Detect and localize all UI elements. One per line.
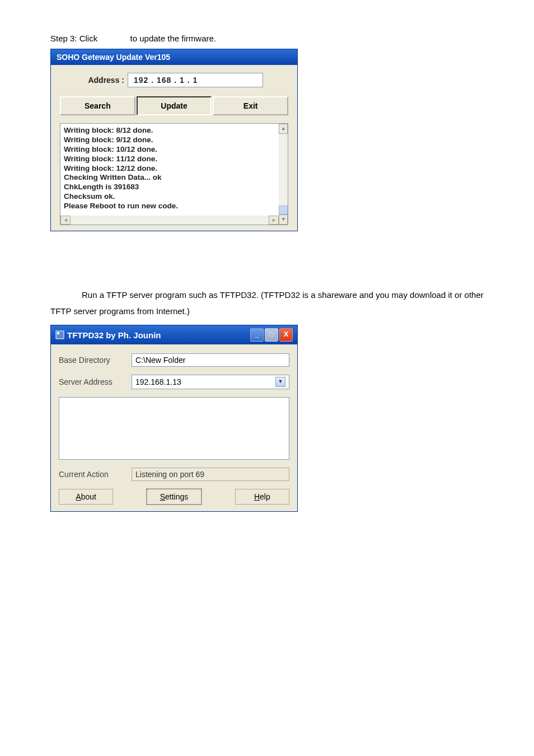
log-line: Writing block: 9/12 done. xyxy=(64,136,284,145)
soho-button-row: Search Update Exit xyxy=(60,96,288,115)
address-input[interactable]: 192 . 168 . 1 . 1 xyxy=(128,73,263,87)
transfer-list xyxy=(59,397,289,460)
help-button[interactable]: Help xyxy=(235,489,289,505)
server-address-label: Server Address xyxy=(59,377,132,386)
base-directory-value: C:\New Folder xyxy=(135,356,185,365)
close-button[interactable]: X xyxy=(279,328,293,342)
help-mnemonic: H xyxy=(254,492,260,501)
tftp-paragraph: Run a TFTP server program such as TFTPD3… xyxy=(50,287,484,319)
server-address-value: 192.168.1.13 xyxy=(135,377,181,386)
about-mnemonic: A xyxy=(76,492,81,501)
settings-mnemonic: S xyxy=(160,492,165,501)
log-line: Checking Written Data... ok xyxy=(64,173,284,183)
soho-update-window: SOHO Geteway Update Ver105 Address : 192… xyxy=(50,49,298,231)
step3-post: to update the firmware. xyxy=(130,34,216,43)
update-button[interactable]: Update xyxy=(137,96,212,115)
scroll-right-icon[interactable]: ▸ xyxy=(269,216,279,225)
about-button[interactable]: About xyxy=(59,489,113,505)
scroll-left-icon[interactable]: ◂ xyxy=(60,216,71,225)
soho-body: Address : 192 . 168 . 1 . 1 Search Updat… xyxy=(51,65,297,231)
horizontal-scrollbar[interactable]: ◂ ▸ xyxy=(60,216,279,225)
tftpd32-button-row: About Settings Help xyxy=(59,489,289,505)
log-line: Writing block: 12/12 done. xyxy=(64,164,284,174)
chevron-down-icon[interactable]: ▼ xyxy=(275,377,285,387)
scroll-thumb[interactable] xyxy=(279,206,288,214)
step3-instruction: Step 3: Click to update the firmware. xyxy=(50,34,484,43)
tftpd32-body: Base Directory C:\New Folder Server Addr… xyxy=(51,344,297,511)
log-line: Checksum ok. xyxy=(64,192,284,202)
server-address-row: Server Address 192.168.1.13 ▼ xyxy=(59,375,289,389)
scroll-up-icon[interactable]: ▴ xyxy=(279,124,288,134)
scroll-track-h[interactable] xyxy=(71,216,269,225)
current-action-value: Listening on port 69 xyxy=(132,468,289,481)
scroll-down-icon[interactable]: ▾ xyxy=(279,214,288,225)
current-action-row: Current Action Listening on port 69 xyxy=(59,468,289,481)
soho-titlebar: SOHO Geteway Update Ver105 xyxy=(51,49,297,65)
log-line: Writing block: 10/12 done. xyxy=(64,145,284,155)
search-button[interactable]: Search xyxy=(60,96,135,115)
tftpd32-window: TFTPD32 by Ph. Jounin _ □ X Base Directo… xyxy=(50,325,298,512)
vertical-scrollbar[interactable]: ▴ ▾ xyxy=(279,124,288,225)
log-line: Please Reboot to run new code. xyxy=(64,202,284,211)
settings-button[interactable]: Settings xyxy=(147,489,201,505)
log-line: Writing block: 11/12 done. xyxy=(64,155,284,164)
base-directory-row: Base Directory C:\New Folder xyxy=(59,353,289,367)
base-directory-input[interactable]: C:\New Folder xyxy=(132,353,289,367)
address-label: Address : xyxy=(60,76,124,85)
about-rest: bout xyxy=(81,492,96,501)
app-icon xyxy=(55,330,64,339)
current-action-label: Current Action xyxy=(59,470,132,479)
step3-pre: Step 3: Click xyxy=(50,34,97,43)
log-output: Writing block: 8/12 done. Writing block:… xyxy=(60,123,288,225)
exit-button[interactable]: Exit xyxy=(213,96,288,115)
log-line: Writing block: 8/12 done. xyxy=(64,126,284,136)
base-directory-label: Base Directory xyxy=(59,356,132,365)
tftpd32-titlebar: TFTPD32 by Ph. Jounin _ □ X xyxy=(51,325,297,344)
tftpd32-title: TFTPD32 by Ph. Jounin xyxy=(67,330,161,340)
minimize-button[interactable]: _ xyxy=(250,328,264,342)
log-line: ChkLength is 391683 xyxy=(64,183,284,192)
server-address-select[interactable]: 192.168.1.13 ▼ xyxy=(132,375,289,389)
maximize-button: □ xyxy=(265,328,278,342)
address-row: Address : 192 . 168 . 1 . 1 xyxy=(60,73,288,87)
scroll-track[interactable] xyxy=(279,134,288,214)
svg-rect-1 xyxy=(57,332,59,334)
help-rest: elp xyxy=(260,492,270,501)
settings-rest: ettings xyxy=(165,492,188,501)
